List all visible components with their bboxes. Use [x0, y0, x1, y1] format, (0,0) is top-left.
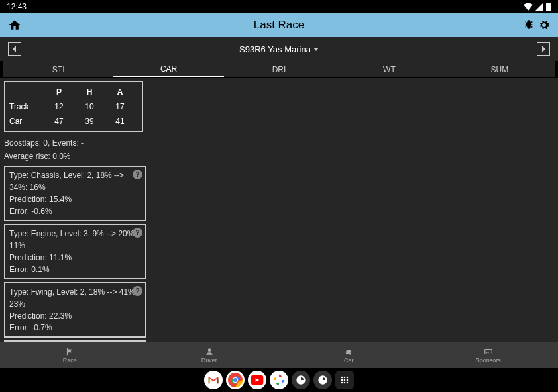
table-header: P H A — [9, 85, 138, 99]
tab-wt[interactable]: WT — [334, 61, 444, 77]
help-icon[interactable]: ? — [133, 228, 142, 238]
part-card-fwing: Type: Fwing, Level: 2, 18% --> 41%: 23% … — [4, 282, 146, 338]
tab-sti[interactable]: STI — [3, 61, 113, 77]
svg-point-10 — [344, 377, 346, 379]
nav-sponsors[interactable]: Sponsors — [419, 342, 559, 368]
status-icons — [524, 3, 551, 11]
tab-car[interactable]: CAR — [113, 61, 223, 77]
bottom-nav: Race Driver Car Sponsors — [0, 342, 558, 368]
chevron-down-icon — [313, 48, 319, 51]
tab-bar: STI CAR DRI WT SUM — [3, 61, 555, 78]
content-area: P H A Track 12 10 17 Car 47 39 41 Boostl… — [0, 78, 558, 342]
table-row: Car 47 39 41 — [9, 114, 138, 128]
part-card-engine: Type: Engine, Level: 3, 9% --> 20%: 11% … — [4, 224, 146, 279]
status-bar: 12:43 — [0, 0, 558, 13]
svg-rect-4 — [488, 352, 489, 353]
battery-icon — [546, 3, 551, 11]
help-icon[interactable]: ? — [133, 170, 142, 179]
chevron-left-icon — [12, 46, 17, 52]
svg-point-9 — [341, 377, 343, 379]
boostlaps-info: Boostlaps: 0, Events: - — [4, 136, 554, 150]
person-icon — [204, 347, 215, 356]
car-icon — [343, 347, 354, 356]
chevron-right-icon — [541, 46, 546, 52]
nav-driver[interactable]: Driver — [140, 342, 280, 368]
app-drawer-icon[interactable] — [335, 371, 354, 389]
prev-race-button[interactable] — [8, 42, 21, 56]
youtube-icon[interactable] — [248, 371, 266, 389]
app-bar: Last Race — [0, 13, 558, 37]
app-icon-1[interactable] — [292, 371, 310, 389]
wifi-icon — [524, 3, 533, 11]
svg-point-7 — [233, 378, 237, 382]
svg-rect-0 — [546, 3, 551, 11]
part-card-chassis: Type: Chassis, Level: 2, 18% --> 34%: 16… — [4, 166, 146, 221]
home-icon[interactable] — [8, 19, 21, 32]
table-row: Track 12 10 17 — [9, 99, 138, 114]
app-icon-2[interactable] — [313, 371, 332, 389]
tab-sum[interactable]: SUM — [445, 61, 555, 77]
chrome-icon[interactable] — [226, 371, 245, 389]
page-title: Last Race — [254, 19, 305, 32]
race-dropdown[interactable]: S93R6 Yas Marina — [239, 44, 319, 54]
race-name-label: S93R6 Yas Marina — [239, 44, 311, 54]
data-table: P H A Track 12 10 17 Car 47 39 41 — [4, 81, 143, 132]
gmail-icon[interactable] — [204, 371, 223, 389]
bug-icon[interactable] — [524, 19, 534, 30]
nav-car[interactable]: Car — [279, 342, 419, 368]
nav-race[interactable]: Race — [0, 342, 140, 368]
svg-point-13 — [344, 379, 346, 381]
system-nav — [0, 368, 558, 392]
next-race-button[interactable] — [537, 42, 550, 56]
gear-icon[interactable] — [538, 19, 550, 31]
photos-icon[interactable] — [270, 371, 288, 389]
svg-rect-2 — [485, 349, 492, 354]
svg-point-16 — [344, 382, 346, 384]
signal-icon — [535, 3, 543, 11]
help-icon[interactable]: ? — [133, 286, 142, 296]
sponsors-icon — [483, 347, 494, 356]
race-selector: S93R6 Yas Marina — [0, 37, 558, 61]
flag-icon — [64, 347, 75, 356]
svg-point-15 — [341, 382, 343, 384]
status-time: 12:43 — [7, 2, 27, 11]
svg-point-12 — [341, 379, 343, 381]
svg-point-14 — [347, 379, 349, 381]
tab-dri[interactable]: DRI — [224, 61, 334, 77]
svg-point-17 — [347, 382, 349, 384]
svg-point-11 — [347, 377, 349, 379]
svg-rect-1 — [547, 3, 550, 4]
svg-rect-3 — [486, 352, 487, 353]
avg-risc-info: Average risc: 0.0% — [4, 150, 554, 163]
